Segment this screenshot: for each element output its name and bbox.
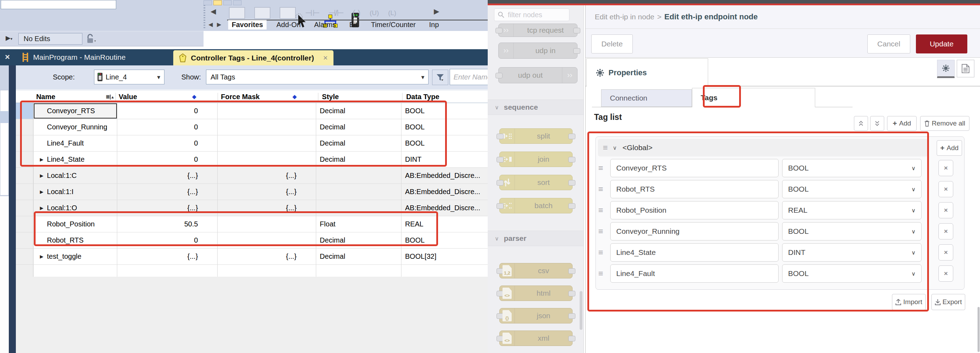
- cell-type[interactable]: REAL: [401, 216, 488, 232]
- row-gutter[interactable]: [16, 119, 33, 135]
- tag-name-input[interactable]: [610, 201, 779, 219]
- chevron-down-icon[interactable]: ∨: [613, 144, 617, 151]
- pin-icon[interactable]: ◆: [293, 93, 299, 100]
- header-force-mask[interactable]: Force Mask◆: [218, 93, 318, 101]
- cell-style[interactable]: Decimal: [316, 233, 401, 248]
- cell-style[interactable]: [316, 168, 401, 184]
- header-name[interactable]: Name≣|▲: [33, 93, 116, 101]
- tag-name-input[interactable]: [610, 180, 779, 198]
- palette-node-html[interactable]: <> html: [500, 285, 573, 301]
- tab-alarms[interactable]: Alarms: [310, 20, 339, 30]
- add-tag-button[interactable]: +Add: [887, 116, 916, 131]
- table-row[interactable]: ▶Line4_State 0 Decimal DINT: [16, 152, 488, 168]
- palette-category-sequence[interactable]: ∨ sequence: [488, 100, 584, 115]
- tabs-scroll-right[interactable]: ▶: [217, 21, 221, 28]
- instruction-scroll-right[interactable]: ▶: [434, 7, 439, 16]
- mini-toolbar-button[interactable]: [233, 0, 242, 5]
- cell-force[interactable]: [218, 119, 316, 135]
- rung-edit-dropdown[interactable]: ▶▾: [6, 34, 12, 42]
- tag-name-input[interactable]: [610, 243, 779, 261]
- table-row[interactable]: ▶test_toggle {...} {...} Decimal BOOL[32…: [16, 249, 488, 265]
- tag-name-input[interactable]: [610, 264, 779, 283]
- drag-handle-icon[interactable]: ≡: [603, 143, 607, 153]
- drag-handle-icon[interactable]: ≡: [598, 184, 610, 194]
- table-row[interactable]: Conveyor_RTS 0 Decimal BOOL: [16, 103, 488, 119]
- rung-branch-level-icon[interactable]: [280, 7, 296, 19]
- cell-style[interactable]: [316, 200, 401, 216]
- palette-node-join[interactable]: join: [500, 152, 573, 167]
- cell-value[interactable]: 0: [117, 135, 218, 151]
- header-value[interactable]: Value◆: [116, 93, 218, 101]
- cell-name[interactable]: ▶Local:1:I: [33, 184, 117, 200]
- cell-force[interactable]: [218, 216, 316, 232]
- tabs-scroll-left[interactable]: ◀: [208, 21, 213, 28]
- cell-name[interactable]: ▶Local:1:C: [33, 168, 117, 184]
- cell-type[interactable]: AB:Embedded_Discre...: [401, 184, 488, 200]
- otu-coil-icon[interactable]: (U): [370, 9, 379, 17]
- cell-style[interactable]: Float: [316, 216, 401, 232]
- table-row[interactable]: ▶Local:1:O {...} {...} AB:Embedded_Discr…: [16, 200, 488, 216]
- cell-name[interactable]: ▶Local:1:O: [33, 200, 117, 216]
- drag-handle-icon[interactable]: ≡: [598, 226, 610, 236]
- palette-scrollbar[interactable]: [580, 291, 582, 330]
- row-gutter[interactable]: [16, 200, 33, 216]
- cell-style[interactable]: Decimal: [316, 249, 401, 264]
- close-pane-icon[interactable]: ×: [5, 52, 10, 62]
- tab-input[interactable]: Inp: [426, 20, 443, 30]
- palette-category-parser[interactable]: ∨ parser: [488, 231, 584, 246]
- otl-coil-icon[interactable]: (L): [388, 9, 396, 17]
- remove-tag-button[interactable]: ×: [939, 223, 953, 239]
- cell-type[interactable]: BOOL: [401, 103, 488, 119]
- palette-node-batch[interactable]: batch: [500, 198, 573, 214]
- pin-icon[interactable]: ◆: [192, 93, 199, 100]
- delete-button[interactable]: Delete: [591, 35, 633, 54]
- row-gutter[interactable]: [16, 168, 33, 184]
- tag-name-input[interactable]: [610, 159, 779, 177]
- rung-icon[interactable]: [229, 7, 245, 19]
- palette-search[interactable]: filter nodes: [494, 8, 570, 21]
- drag-handle-icon[interactable]: ≡: [598, 247, 610, 257]
- tab-properties[interactable]: Properties: [586, 59, 708, 87]
- cell-style[interactable]: [316, 184, 401, 200]
- tag-type-select[interactable]: REAL∨: [782, 201, 921, 219]
- cancel-button[interactable]: Cancel: [867, 35, 910, 54]
- cell-force[interactable]: {...}: [218, 200, 316, 216]
- cell-force[interactable]: {...}: [218, 168, 316, 184]
- ote-coil-icon[interactable]: ( ): [353, 8, 361, 18]
- quick-access-combo[interactable]: [1, 0, 116, 9]
- update-button[interactable]: Update: [916, 35, 967, 54]
- mini-toolbar-button-active[interactable]: [213, 0, 222, 5]
- cell-type[interactable]: BOOL: [401, 135, 488, 151]
- header-data-type[interactable]: Data Type: [402, 93, 488, 101]
- docked-panel-item[interactable]: [0, 111, 9, 123]
- xic-contact-icon[interactable]: ⊣ ⊢: [305, 8, 320, 18]
- cell-name[interactable]: Conveyor_RTS: [33, 103, 117, 119]
- table-row[interactable]: ▶Local:1:C {...} {...} AB:Embedded_Discr…: [16, 168, 488, 184]
- cell-value[interactable]: 0: [117, 119, 218, 135]
- cell-name[interactable]: Robot_RTS: [33, 233, 117, 248]
- table-row[interactable]: Robot_Position 50.5 Float REAL: [16, 216, 488, 233]
- row-gutter[interactable]: [16, 184, 33, 200]
- tag-name-input[interactable]: [610, 222, 779, 241]
- panel-scrollbar[interactable]: [978, 307, 980, 352]
- cell-style[interactable]: Decimal: [316, 103, 401, 119]
- scope-dropdown[interactable]: Line_4 ▼: [94, 70, 164, 84]
- cell-value[interactable]: 0: [117, 233, 218, 248]
- tag-type-select[interactable]: BOOL∨: [782, 222, 921, 241]
- tab-controller-tags[interactable]: Controller Tags - Line_4(controller) ×: [173, 50, 334, 65]
- tag-type-select[interactable]: BOOL∨: [782, 180, 921, 198]
- table-row[interactable]: ▶Local:1:I {...} {...} AB:Embedded_Discr…: [16, 184, 488, 200]
- row-gutter[interactable]: [16, 216, 33, 232]
- cell-value[interactable]: {...}: [117, 168, 218, 184]
- cell-type[interactable]: AB:Embedded_Discre...: [401, 200, 488, 216]
- tag-group-header[interactable]: ≡ ∨ <Global>: [598, 139, 929, 157]
- tab-favorites[interactable]: Favorites: [228, 20, 267, 30]
- cell-force[interactable]: {...}: [218, 184, 316, 200]
- cell-type[interactable]: BOOL: [401, 119, 488, 135]
- row-gutter[interactable]: [16, 135, 33, 151]
- tab-timer-counter[interactable]: Timer/Counter: [367, 20, 419, 30]
- cell-value[interactable]: {...}: [117, 184, 218, 200]
- move-up-button[interactable]: [854, 116, 868, 131]
- tag-type-select[interactable]: BOOL∨: [782, 264, 921, 283]
- cell-type[interactable]: BOOL: [401, 233, 488, 248]
